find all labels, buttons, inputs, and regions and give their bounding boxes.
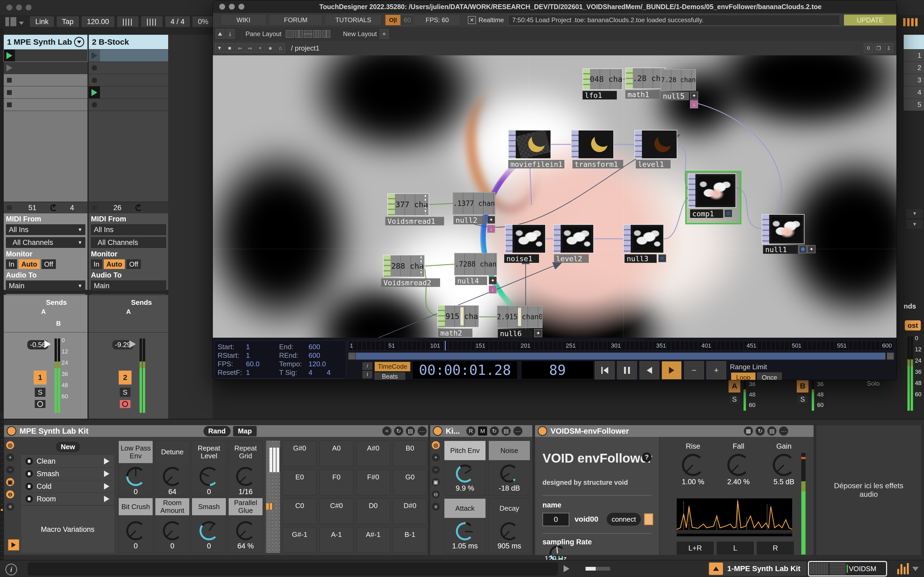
chain-list-icon[interactable]: ≡ (6, 503, 14, 511)
macro-cell[interactable]: Attack 1.05 ms (444, 498, 486, 553)
rand-button[interactable]: Rand (203, 426, 230, 436)
range-bar[interactable] (356, 353, 885, 359)
node-input-connectors[interactable] (583, 69, 590, 89)
link-button[interactable]: Link (30, 16, 54, 27)
drum-pad[interactable]: F#0 (356, 469, 390, 496)
beats-mode-button[interactable]: Beats (375, 372, 405, 380)
node-display-button[interactable] (799, 245, 807, 253)
node-display-button[interactable] (658, 254, 666, 262)
step-back-button[interactable]: − (684, 361, 704, 379)
window-zoom-icon[interactable] (238, 4, 245, 10)
pad-overview-grid[interactable] (266, 441, 280, 553)
window-zoom-icon[interactable] (26, 5, 32, 10)
midi-input-select[interactable]: All Ins▼ (6, 224, 85, 235)
drum-pad[interactable]: A0 (319, 441, 354, 467)
td-node-lfo1[interactable]: .048 chan (583, 68, 623, 90)
macro-cell[interactable]: Bit Crush 0 (118, 498, 153, 553)
checkbox-checked-icon[interactable]: ✕ (468, 16, 476, 24)
node-export-icon[interactable]: ↓ (487, 225, 495, 233)
macro-knobs-toggle-icon[interactable]: ◎ (6, 441, 14, 449)
zoom-mini-slider[interactable] (586, 567, 610, 571)
pause-button[interactable] (617, 361, 637, 379)
return-activator[interactable]: B (797, 380, 808, 393)
node-input-connectors[interactable] (554, 225, 561, 253)
post-toggle-fragment[interactable]: ost (905, 320, 921, 330)
node-input-connectors[interactable] (509, 131, 516, 158)
network-path[interactable]: / project1 (291, 44, 319, 52)
tap-button[interactable]: Tap (57, 16, 79, 27)
node-export-icon[interactable]: ↓ (690, 100, 698, 108)
hot-swap-icon[interactable]: ↻ (755, 427, 765, 435)
solo-button[interactable]: S (729, 395, 739, 403)
channel-button[interactable]: L+R (677, 542, 713, 554)
macro-knob[interactable] (126, 467, 145, 486)
channel-button[interactable]: L (717, 542, 754, 554)
track-1-header[interactable]: 1 MPE Synth Lab Kit (4, 35, 87, 49)
scene-slot[interactable]: 3 (904, 74, 924, 86)
abs-frame-toggle[interactable]: / (362, 362, 372, 370)
add-bookmark-icon[interactable]: + (256, 44, 265, 53)
macro-cell[interactable]: Room Amount 0 (155, 498, 190, 553)
groove-pool-icon[interactable]: |||| (141, 16, 163, 27)
range-handle-left[interactable]: … (348, 353, 355, 359)
clip-slot[interactable] (89, 86, 168, 98)
drum-pad[interactable]: G#0 (283, 441, 317, 467)
macro-cell[interactable]: Low Pass Env 0 (118, 441, 153, 496)
drum-rack-header[interactable]: MPE Synth Lab Kit Rand Map ≈ ↻ ▤ ··· (4, 425, 428, 437)
node-input-connectors[interactable] (689, 174, 695, 207)
chain-row[interactable]: Clean (21, 455, 114, 467)
track-activator[interactable]: 1 (34, 371, 47, 385)
clip-slot[interactable] (4, 99, 87, 111)
display-level-field[interactable]: 0 (864, 44, 873, 53)
macro-variation-launch-icon[interactable] (8, 539, 19, 551)
chain-row[interactable]: Room (21, 493, 114, 505)
chain-hotswap-icon[interactable] (26, 483, 33, 490)
clip-slot[interactable] (89, 99, 168, 111)
more-options-icon[interactable]: ··· (514, 427, 522, 435)
help-icon[interactable]: ? (642, 452, 652, 462)
timecode-mode-button[interactable]: TimeCode (375, 362, 410, 371)
macro-knob[interactable] (200, 467, 219, 486)
midi-channel-select[interactable]: All Channels▼ (6, 237, 85, 248)
td-node-null2[interactable]: 0.1377 chan0 (452, 192, 496, 215)
kick-header[interactable]: Ki... R M ↻ ▤ ··· (430, 425, 532, 437)
macro-cell[interactable]: Decay 905 ms (488, 498, 530, 553)
macro-knob[interactable] (500, 464, 518, 483)
node-expose-button[interactable]: ✦ (489, 276, 497, 284)
void-knob-cell[interactable]: Rise 1.00 % (678, 442, 708, 486)
node-input-connectors[interactable] (624, 225, 631, 253)
play-button[interactable] (662, 361, 681, 379)
preview-play-icon[interactable] (563, 565, 570, 572)
node-name-null4[interactable]: null4 (455, 276, 487, 285)
midi-channel-select[interactable]: All Channels (91, 237, 166, 248)
drum-pad[interactable]: B-1 (393, 527, 427, 553)
clip-slot[interactable] (4, 86, 87, 98)
td-node-transform1[interactable] (571, 130, 614, 159)
return-activator[interactable]: A (729, 380, 740, 393)
drum-pad[interactable]: D#0 (393, 498, 427, 524)
range-start[interactable]: 1 (246, 351, 250, 359)
window-minimize-icon[interactable] (229, 4, 235, 10)
connect-button[interactable]: connect (607, 513, 641, 525)
range-handle-right[interactable]: … (887, 353, 894, 359)
quantize-menu-icon[interactable]: |||| (117, 16, 138, 27)
macro-knob[interactable] (456, 522, 474, 540)
td-node-level1[interactable] (634, 130, 677, 159)
audio-output-select[interactable]: Main▼ (6, 280, 85, 291)
minus-icon[interactable]: − (432, 466, 440, 474)
bookmark-icon[interactable]: ★ (266, 44, 275, 53)
mute-icon[interactable]: M (478, 427, 487, 435)
drum-pad[interactable]: C0 (283, 498, 317, 524)
hardware-icon[interactable]: ▦ (744, 427, 753, 435)
chain-row[interactable]: Smash (21, 467, 114, 480)
output-levels-icon[interactable] (897, 563, 909, 574)
pane-type-icon[interactable]: ■ (225, 44, 234, 53)
node-input-connectors[interactable] (505, 225, 512, 253)
macro-knob[interactable] (163, 521, 182, 540)
chain-hotswap-icon[interactable] (26, 470, 33, 477)
range-end[interactable]: 600 (309, 351, 320, 359)
show-chains-icon[interactable]: + (6, 453, 14, 461)
td-node-null1[interactable] (762, 214, 805, 244)
mini-pan-knob[interactable] (135, 204, 142, 211)
pane-menu-icon[interactable]: ▼ (215, 44, 224, 53)
